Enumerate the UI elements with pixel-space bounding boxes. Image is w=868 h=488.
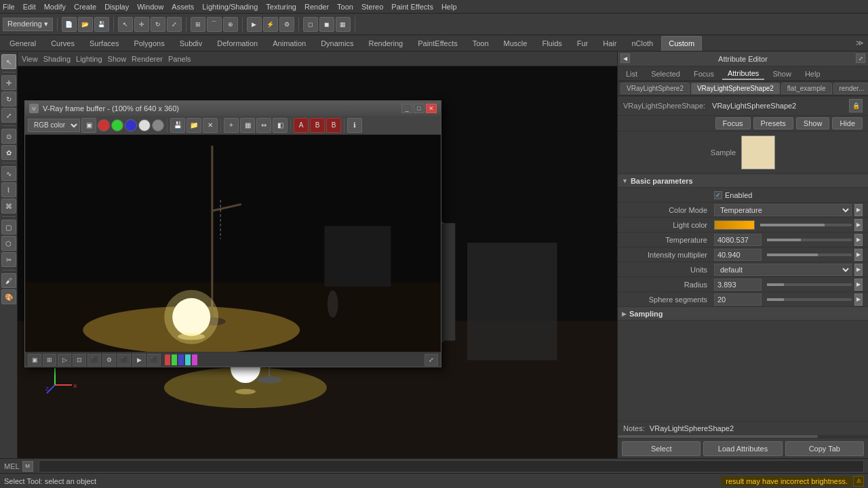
- tool-cv-curve[interactable]: ∿: [1, 166, 16, 181]
- param-sphere-segments-slider[interactable]: [767, 298, 852, 301]
- param-intensity-input[interactable]: [714, 249, 762, 261]
- attr-tab-show[interactable]: Show: [767, 68, 797, 79]
- rotate-btn[interactable]: ↻: [151, 17, 165, 32]
- vfb-channel-dropdown[interactable]: RGB color: [28, 119, 80, 132]
- viewport-menu-renderer[interactable]: Renderer: [132, 55, 163, 63]
- node-tab-1[interactable]: VRayLightSphere2: [620, 83, 690, 94]
- menu-toon[interactable]: Toon: [337, 3, 353, 11]
- tool-bezier[interactable]: ⌘: [1, 199, 16, 214]
- snap-point-btn[interactable]: ⊕: [223, 17, 238, 32]
- vfb-status-btn-9[interactable]: ⬛: [147, 354, 161, 366]
- menu-modify[interactable]: Modify: [44, 3, 66, 11]
- attr-editor-collapse-btn[interactable]: ◀: [620, 54, 630, 63]
- menu-render[interactable]: Render: [304, 3, 329, 11]
- menu-file[interactable]: File: [3, 3, 15, 11]
- save-btn[interactable]: 💾: [94, 17, 109, 32]
- tool-soft-mod[interactable]: ⊙: [1, 129, 16, 144]
- tab-ncloth[interactable]: nCloth: [625, 36, 660, 51]
- render-settings-btn[interactable]: ⚙: [279, 17, 294, 32]
- vfb-gray-btn[interactable]: [152, 119, 164, 131]
- tool-append-poly[interactable]: ⬡: [1, 236, 16, 251]
- param-sphere-segments-btn[interactable]: ▶: [854, 293, 863, 306]
- tool-multi-cut[interactable]: ✂: [1, 252, 16, 267]
- vfb-cc-btn[interactable]: B: [310, 118, 325, 133]
- vfb-save-btn[interactable]: 💾: [170, 118, 185, 133]
- menu-create[interactable]: Create: [74, 3, 96, 11]
- vfb-clear-btn[interactable]: ✕: [203, 118, 218, 133]
- vfb-lut-btn[interactable]: A: [294, 118, 309, 133]
- attr-tab-selected[interactable]: Selected: [646, 68, 686, 79]
- vfb-toggle-btn[interactable]: ▣: [81, 118, 96, 133]
- param-radius-slider[interactable]: [767, 283, 852, 286]
- tab-fluids[interactable]: Fluids: [535, 36, 568, 51]
- tab-custom[interactable]: Custom: [661, 36, 702, 51]
- vfb-status-btn-5[interactable]: ⬛: [87, 354, 101, 366]
- tab-general[interactable]: General: [3, 36, 43, 51]
- textured-btn[interactable]: ▦: [336, 17, 351, 32]
- tool-scale[interactable]: ⤢: [1, 108, 16, 123]
- param-temperature-slider[interactable]: [767, 239, 852, 241]
- vfb-status-btn-7[interactable]: ⬛: [117, 354, 131, 366]
- tool-paint[interactable]: 🖌: [1, 273, 16, 288]
- tab-hair[interactable]: Hair: [596, 36, 623, 51]
- tab-deformation[interactable]: Deformation: [210, 36, 264, 51]
- vfb-open-btn[interactable]: 📁: [186, 118, 201, 133]
- node-tab-2[interactable]: VRayLightSphereShape2: [691, 83, 780, 94]
- tab-curves[interactable]: Curves: [44, 36, 81, 51]
- vfb-canvas[interactable]: [25, 135, 441, 352]
- vfb-status-expand[interactable]: ⤢: [425, 354, 438, 366]
- param-light-color-btn[interactable]: ▶: [854, 219, 863, 231]
- viewport-menu-view[interactable]: View: [22, 55, 38, 63]
- viewport-menu-lighting[interactable]: Lighting: [76, 55, 102, 63]
- viewport-menu-show[interactable]: Show: [108, 55, 127, 63]
- tool-rotate[interactable]: ↻: [1, 92, 16, 106]
- vfb-status-btn-2[interactable]: ⊞: [43, 354, 56, 366]
- load-attributes-btn[interactable]: Load Attributes: [703, 441, 782, 456]
- viewport-menu-shading[interactable]: Shading: [43, 55, 71, 63]
- param-light-color-swatch[interactable]: [714, 220, 755, 230]
- sample-swatch[interactable]: [741, 136, 775, 169]
- vfb-zoom-btn[interactable]: +: [224, 118, 239, 133]
- hide-btn[interactable]: Hide: [832, 117, 863, 129]
- render-dropdown[interactable]: Rendering ▾: [3, 18, 53, 31]
- tab-polygons[interactable]: Polygons: [127, 36, 171, 51]
- move-btn[interactable]: ✛: [134, 17, 149, 32]
- sampling-header[interactable]: ▶ Sampling: [618, 307, 868, 321]
- snap-curve-btn[interactable]: ⌒: [207, 17, 222, 32]
- param-color-mode-dropdown[interactable]: Temperature: [714, 204, 852, 216]
- tool-select[interactable]: ↖: [1, 54, 16, 69]
- viewport-menu-panels[interactable]: Panels: [168, 55, 191, 63]
- node-tab-4[interactable]: render...: [833, 83, 868, 94]
- param-radius-btn[interactable]: ▶: [854, 279, 863, 291]
- menu-lighting-shading[interactable]: Lighting/Shading: [202, 3, 258, 11]
- show-btn[interactable]: Show: [796, 117, 830, 129]
- vfb-status-btn-1[interactable]: ▣: [28, 354, 41, 366]
- menu-stereo[interactable]: Stereo: [361, 3, 383, 11]
- tool-create-poly[interactable]: ▢: [1, 220, 16, 235]
- copy-tab-btn[interactable]: Copy Tab: [785, 441, 864, 456]
- tab-surfaces[interactable]: Surfaces: [83, 36, 125, 51]
- tab-rendering[interactable]: Rendering: [361, 36, 410, 51]
- param-temperature-input[interactable]: [714, 234, 762, 246]
- param-light-color-slider[interactable]: [760, 224, 852, 226]
- menu-display[interactable]: Display: [104, 3, 129, 11]
- scale-btn[interactable]: ⤢: [167, 17, 182, 32]
- param-sphere-segments-input[interactable]: [714, 293, 762, 306]
- tool-ep-curve[interactable]: ⌇: [1, 182, 16, 197]
- tool-sculpt[interactable]: ✿: [1, 145, 16, 160]
- menu-window[interactable]: Window: [137, 3, 163, 11]
- vfb-info-btn[interactable]: ℹ: [347, 118, 362, 133]
- vfb-stereo-btn[interactable]: ◧: [273, 118, 288, 133]
- vfb-green-btn[interactable]: [111, 119, 123, 131]
- param-enabled-check[interactable]: ✓: [714, 191, 722, 199]
- menu-paint-effects[interactable]: Paint Effects: [391, 3, 433, 11]
- tool-art-attr[interactable]: 🎨: [1, 289, 16, 304]
- param-units-slider-btn[interactable]: ▶: [854, 264, 863, 276]
- param-radius-input[interactable]: [714, 279, 762, 291]
- vfb-restore-btn[interactable]: □: [414, 104, 425, 113]
- vfb-lens-btn[interactable]: B: [326, 118, 341, 133]
- select-btn[interactable]: ↖: [118, 17, 133, 32]
- attr-editor-expand-btn[interactable]: ⤢: [856, 54, 865, 63]
- basic-params-header[interactable]: ▼ Basic parameters: [618, 174, 868, 188]
- tab-paint-effects[interactable]: PaintEffects: [411, 36, 465, 51]
